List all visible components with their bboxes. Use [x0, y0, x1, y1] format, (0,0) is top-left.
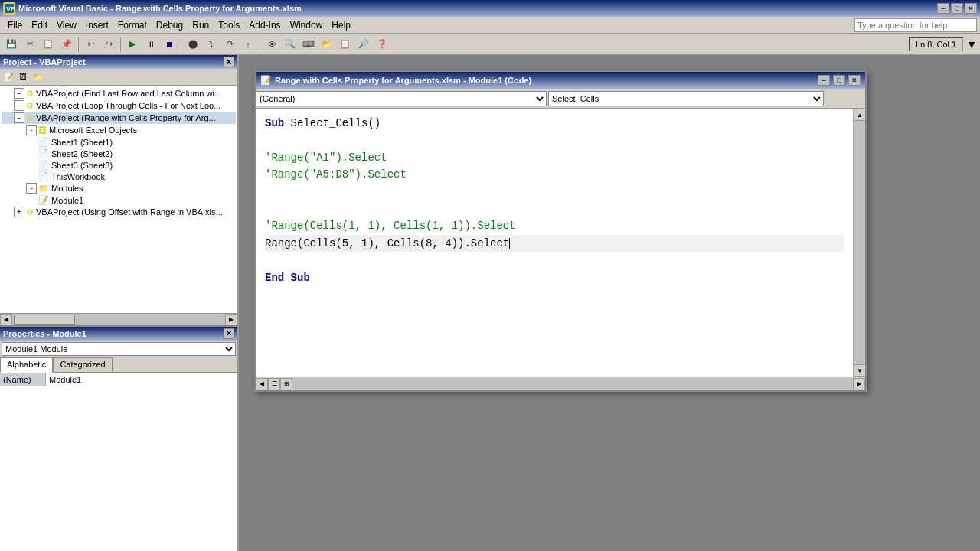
code-line-blank-2	[265, 184, 844, 201]
title-bar: VB Microsoft Visual Basic - Range with C…	[0, 0, 980, 17]
toolbar-step-out-btn[interactable]: ↑	[240, 36, 256, 53]
right-area: 📝 Range with Cells Property for Argument…	[239, 55, 980, 551]
properties-panel: Properties - Module1 ✕ Module1 Module Al…	[0, 325, 237, 551]
toolbar-bp-btn[interactable]: ⬤	[185, 36, 201, 53]
toolbar-sep4	[260, 37, 260, 52]
tab-categorized[interactable]: Categorized	[53, 357, 112, 372]
toolbar-step-over-btn[interactable]: ↷	[221, 36, 238, 53]
tree-item-module1[interactable]: 📝 Module1	[2, 194, 236, 206]
code-view-btn2[interactable]: ⊞	[280, 378, 292, 390]
code-toolbar: (General) Select_Cells	[256, 89, 865, 109]
code-minimize-btn[interactable]: –	[818, 75, 830, 86]
maximize-button[interactable]: □	[951, 3, 963, 14]
menu-debug[interactable]: Debug	[152, 18, 188, 32]
code-vscroll-down[interactable]: ▼	[854, 364, 865, 377]
expander-excel-objs[interactable]: -	[26, 125, 37, 135]
scroll-thumb[interactable]	[14, 315, 75, 325]
proj-view-obj-btn[interactable]: 🖼	[16, 70, 30, 84]
scroll-track[interactable]	[12, 314, 225, 326]
minimize-button[interactable]: –	[937, 3, 949, 14]
proj-toggle-folders-btn[interactable]: 📁	[31, 70, 44, 84]
properties-close-btn[interactable]: ✕	[224, 328, 234, 339]
toolbar-copy-btn[interactable]: 📋	[40, 36, 57, 53]
tree-item-sheet1[interactable]: 📄 Sheet1 (Sheet1)	[2, 136, 236, 148]
code-title-bar: 📝 Range with Cells Property for Argument…	[256, 72, 865, 89]
project-hscroll: ◀ ▶	[0, 313, 237, 325]
prop-name-value: Module1	[46, 375, 84, 384]
menu-help[interactable]: Help	[327, 18, 355, 32]
code-hscroll-right[interactable]: ▶	[853, 378, 865, 390]
code-maximize-btn[interactable]: □	[833, 75, 845, 86]
toolbar-watch-btn[interactable]: 👁	[263, 36, 280, 53]
toolbar-run-btn[interactable]: ▶	[124, 36, 141, 53]
code-general-combo[interactable]: (General)	[256, 91, 547, 106]
project-panel-header: Project - VBAProject ✕	[0, 55, 237, 69]
code-window-title: Range with Cells Property for Arguments.…	[275, 76, 815, 85]
properties-object-select[interactable]: Module1 Module	[2, 342, 236, 356]
toolbar-sep2	[120, 37, 121, 52]
menu-addins[interactable]: Add-Ins	[244, 18, 285, 32]
toolbar-findreplace-btn[interactable]: 🔎	[355, 36, 372, 53]
prop-name-label: (Name)	[0, 373, 46, 386]
expander-loop[interactable]: -	[14, 100, 24, 111]
tab-alphabetic[interactable]: Alphabetic	[0, 357, 53, 373]
code-vscroll-up[interactable]: ▲	[854, 109, 865, 121]
toolbar-step-btn[interactable]: ⤵	[203, 36, 220, 53]
tree-item-sheet3[interactable]: 📄 Sheet3 (Sheet3)	[2, 159, 236, 171]
toolbar-explorer-btn[interactable]: 📂	[318, 36, 335, 53]
app-title: Microsoft Visual Basic - Range with Cell…	[18, 4, 934, 13]
code-close-btn[interactable]: ✕	[848, 75, 861, 86]
tree-item-excel-objs[interactable]: - 🖼 Microsoft Excel Objects	[2, 124, 236, 136]
code-vscroll-track[interactable]	[854, 121, 865, 364]
toolbar-immed-btn[interactable]: ⌨	[300, 36, 317, 53]
project-panel-toolbar: 📝 🖼 📁	[0, 69, 237, 86]
left-panel: Project - VBAProject ✕ 📝 🖼 📁 - ⚙ VBAProj…	[0, 55, 239, 551]
tree-item-modules[interactable]: - 📁 Modules	[2, 182, 236, 194]
menu-view[interactable]: View	[52, 18, 81, 32]
status-dropdown[interactable]: ▼	[966, 38, 977, 51]
code-editor[interactable]: Sub Select_Cells() 'Range("A1").Select '…	[256, 109, 853, 377]
help-area	[854, 18, 977, 32]
menu-run[interactable]: Run	[188, 18, 214, 32]
help-input[interactable]	[854, 18, 977, 32]
code-select-combo[interactable]: Select_Cells	[548, 91, 824, 106]
toolbar-undo-btn[interactable]: ↩	[82, 36, 99, 53]
tree-item-loop[interactable]: - ⚙ VBAProject (Loop Through Cells - For…	[2, 99, 236, 112]
menu-tools[interactable]: Tools	[214, 18, 244, 32]
expander-modules[interactable]: -	[26, 183, 37, 194]
code-hscroll-track[interactable]	[292, 378, 853, 390]
menu-window[interactable]: Window	[286, 18, 328, 32]
scroll-left-btn[interactable]: ◀	[0, 314, 12, 326]
tree-item-thisworkbook[interactable]: 📄 ThisWorkbook	[2, 171, 236, 182]
project-panel-title: Project - VBAProject	[3, 57, 86, 67]
menu-file[interactable]: File	[3, 18, 27, 32]
menu-format[interactable]: Format	[113, 18, 152, 32]
project-panel-close[interactable]: ✕	[224, 57, 234, 67]
expander-offset[interactable]: +	[14, 207, 24, 217]
tree-item-range[interactable]: - ⚙ VBAProject (Range with Cells Propert…	[2, 112, 236, 124]
menu-insert[interactable]: Insert	[81, 18, 113, 32]
tree-item-offset[interactable]: + ⚙ VBAProject (Using Offset with Range …	[2, 206, 236, 218]
code-hscroll-left[interactable]: ◀	[256, 378, 268, 390]
toolbar-save-btn[interactable]: 💾	[3, 36, 20, 53]
expander-range[interactable]: -	[14, 112, 24, 123]
toolbar-redo-btn[interactable]: ↪	[100, 36, 117, 53]
proj-view-code-btn[interactable]: 📝	[2, 70, 15, 84]
toolbar-paste-btn[interactable]: 📌	[58, 36, 75, 53]
menu-edit[interactable]: Edit	[27, 18, 52, 32]
toolbar-sep1	[78, 37, 79, 52]
close-button[interactable]: ✕	[965, 3, 977, 14]
toolbar-props-btn[interactable]: 📋	[337, 36, 354, 53]
toolbar-stop-btn[interactable]: ⏹	[161, 36, 178, 53]
toolbar-locals-btn[interactable]: 🔍	[282, 36, 299, 53]
main-layout: Project - VBAProject ✕ 📝 🖼 📁 - ⚙ VBAProj…	[0, 55, 980, 551]
toolbar-help-btn[interactable]: ❓	[374, 36, 390, 53]
toolbar-cut-btn[interactable]: ✂	[21, 36, 38, 53]
tree-item-find[interactable]: - ⚙ VBAProject (Find Last Row and Last C…	[2, 87, 236, 99]
code-line-7: 'Range(Cells(1, 1), Cells(1, 1)).Select	[265, 217, 844, 234]
scroll-right-btn[interactable]: ▶	[225, 314, 237, 326]
expander-find[interactable]: -	[14, 88, 24, 99]
tree-item-sheet2[interactable]: 📄 Sheet2 (Sheet2)	[2, 148, 236, 159]
code-view-btn1[interactable]: ☰	[268, 378, 280, 390]
toolbar-pause-btn[interactable]: ⏸	[142, 36, 159, 53]
